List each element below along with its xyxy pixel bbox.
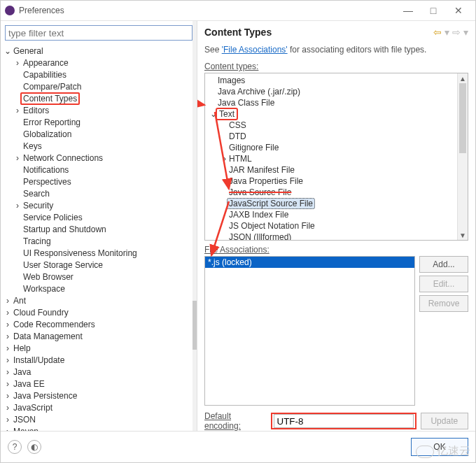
tree-item[interactable]: Globalization: [4, 128, 197, 140]
content-type-label: Java Properties File: [229, 176, 303, 186]
help-button[interactable]: ?: [8, 440, 22, 454]
tree-item[interactable]: Service Policies: [4, 211, 197, 223]
content-type-item[interactable]: ⌄Text: [206, 108, 466, 120]
twisty-icon[interactable]: ›: [4, 320, 12, 329]
preferences-tree[interactable]: ⌄General›AppearanceCapabilitiesCompare/P…: [1, 45, 197, 431]
content-type-item[interactable]: Java Class File: [206, 97, 466, 108]
tree-item[interactable]: ›Editors: [4, 104, 197, 116]
tree-item[interactable]: Compare/Patch: [4, 80, 197, 92]
file-associations-list[interactable]: *.js (locked): [204, 256, 415, 406]
tree-item[interactable]: UI Responsiveness Monitoring: [4, 247, 197, 259]
content-type-item[interactable]: Gitignore File: [206, 142, 466, 153]
scroll-down-icon[interactable]: ▼: [458, 230, 468, 240]
content-type-item[interactable]: JS Object Notation File: [206, 220, 466, 232]
tree-item[interactable]: Perspectives: [4, 176, 197, 187]
tree-scrollbar-thumb[interactable]: [192, 301, 197, 350]
tree-item[interactable]: ›Java Persistence: [4, 390, 197, 401]
tree-item[interactable]: ⌄General: [4, 45, 197, 57]
tree-item[interactable]: ›Maven: [4, 425, 197, 431]
tree-item[interactable]: Workspace: [4, 283, 197, 294]
tree-item[interactable]: ›Java: [4, 366, 197, 378]
tree-item-label: Notifications: [22, 165, 70, 175]
content-type-item[interactable]: JSON (Illformed): [206, 232, 466, 241]
tree-item[interactable]: Content Types: [4, 92, 197, 104]
content-panel: Content Types ⇦ ▾ ⇨ ▾ See 'File Associat…: [197, 21, 475, 431]
content-type-item[interactable]: Java Properties File: [206, 176, 466, 187]
close-button[interactable]: ✕: [446, 5, 471, 16]
scroll-up-icon[interactable]: ▲: [458, 73, 468, 83]
twisty-icon[interactable]: ›: [4, 308, 12, 317]
nav-fwd-icon[interactable]: ⇨: [452, 27, 461, 38]
content-type-item[interactable]: JavaScript Source File: [206, 198, 466, 209]
tree-item-label: UI Responsiveness Monitoring: [22, 248, 139, 258]
tree-item[interactable]: ›Cloud Foundry: [4, 306, 197, 318]
file-association-item[interactable]: *.js (locked): [205, 257, 414, 268]
twisty-icon[interactable]: ›: [13, 106, 22, 115]
nav-back-icon[interactable]: ⇦: [433, 27, 442, 38]
twisty-icon[interactable]: ›: [13, 154, 22, 162]
tree-item[interactable]: Tracing: [4, 235, 197, 247]
tree-item[interactable]: Startup and Shutdown: [4, 223, 197, 235]
tree-item[interactable]: ›Appearance: [4, 57, 197, 69]
maximize-button[interactable]: □: [421, 5, 446, 16]
twisty-icon[interactable]: ›: [13, 201, 22, 210]
content-type-label: JSON (Illformed): [229, 232, 291, 241]
tree-item[interactable]: ›Network Connections: [4, 152, 197, 164]
content-type-label: DTD: [229, 131, 246, 141]
twisty-icon[interactable]: ›: [4, 368, 12, 376]
content-type-item[interactable]: DTD: [206, 131, 466, 142]
tree-item[interactable]: ›Ant: [4, 294, 197, 306]
twisty-icon[interactable]: ›: [4, 344, 12, 352]
nav-fwd-menu-icon[interactable]: ▾: [463, 27, 468, 38]
tree-item[interactable]: Keys: [4, 140, 197, 152]
content-types-scrollbar[interactable]: ▲ ▼: [457, 73, 468, 240]
content-type-item[interactable]: ›HTML: [206, 153, 466, 164]
file-associations-link[interactable]: 'File Associations': [222, 45, 288, 55]
twisty-icon[interactable]: ›: [4, 356, 12, 364]
content-types-label: Content types:: [204, 62, 468, 71]
twisty-icon[interactable]: ›: [4, 392, 12, 400]
tree-item-label: Ant: [12, 296, 27, 306]
content-types-tree[interactable]: ImagesJava Archive (.jar/.zip)Java Class…: [204, 73, 468, 241]
tree-item[interactable]: Search: [4, 187, 197, 199]
default-encoding-input[interactable]: [274, 414, 414, 428]
filter-input[interactable]: [5, 25, 192, 41]
twisty-icon[interactable]: ›: [4, 332, 12, 341]
import-export-button[interactable]: ◐: [27, 440, 41, 454]
twisty-icon[interactable]: ›: [4, 404, 12, 412]
twisty-icon[interactable]: ›: [4, 380, 12, 388]
twisty-icon[interactable]: ›: [4, 297, 12, 305]
tree-item[interactable]: Notifications: [4, 164, 197, 176]
twisty-icon[interactable]: ›: [4, 415, 12, 424]
tree-item[interactable]: ›Security: [4, 199, 197, 211]
tree-item-label: Java Persistence: [12, 391, 78, 401]
twisty-icon[interactable]: ›: [4, 427, 12, 432]
edit-button: Edit...: [419, 276, 468, 292]
twisty-icon[interactable]: ›: [13, 59, 22, 67]
tree-item[interactable]: ›Install/Update: [4, 354, 197, 366]
scrollbar-thumb[interactable]: [459, 83, 466, 153]
content-type-item[interactable]: JAR Manifest File: [206, 164, 466, 176]
tree-item-label: Capabilities: [22, 70, 68, 80]
twisty-icon[interactable]: ⌄: [4, 47, 12, 55]
content-type-item[interactable]: Images: [206, 75, 466, 86]
tree-item[interactable]: ›Data Management: [4, 330, 197, 342]
content-type-item[interactable]: Java Archive (.jar/.zip): [206, 86, 466, 97]
tree-item[interactable]: ›JSON: [4, 413, 197, 425]
tree-item[interactable]: ›Code Recommenders: [4, 318, 197, 330]
tree-item[interactable]: Web Browser: [4, 271, 197, 283]
content-type-item[interactable]: JAXB Index File: [206, 209, 466, 220]
tree-scrollbar[interactable]: [192, 21, 197, 431]
content-type-item[interactable]: Java Source File: [206, 187, 466, 198]
tree-item[interactable]: Capabilities: [4, 69, 197, 80]
tree-item[interactable]: User Storage Service: [4, 259, 197, 271]
nav-back-menu-icon[interactable]: ▾: [444, 27, 449, 38]
tree-item[interactable]: ›Java EE: [4, 378, 197, 390]
content-type-item[interactable]: CSS: [206, 120, 466, 131]
tree-item[interactable]: Error Reporting: [4, 116, 197, 128]
tree-item[interactable]: ›JavaScript: [4, 401, 197, 413]
twisty-icon[interactable]: ›: [220, 155, 229, 163]
minimize-button[interactable]: —: [396, 5, 421, 16]
add-button[interactable]: Add...: [419, 256, 468, 273]
tree-item[interactable]: ›Help: [4, 342, 197, 354]
